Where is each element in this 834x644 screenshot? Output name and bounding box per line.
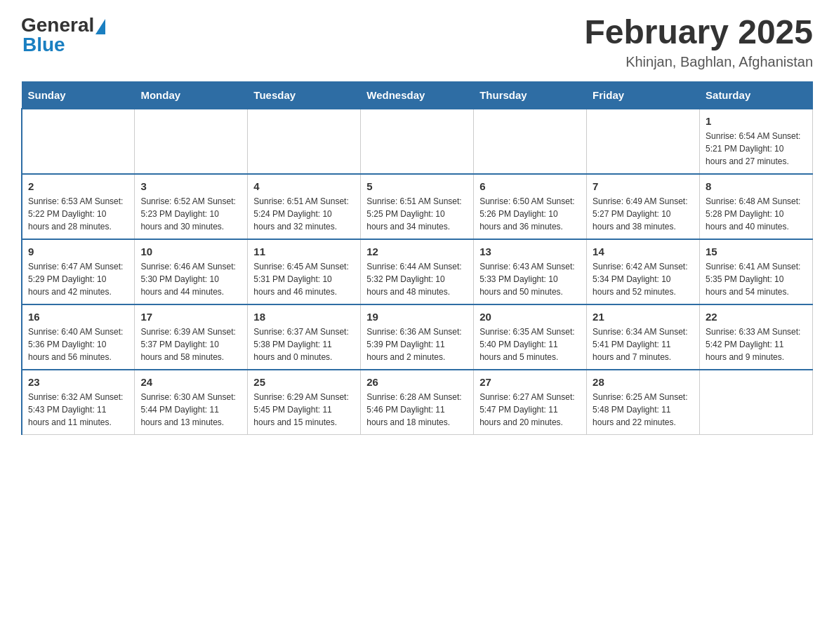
day-info: Sunrise: 6:29 AM Sunset: 5:45 PM Dayligh… [253,391,355,429]
day-number: 27 [479,376,581,388]
calendar-cell: 1Sunrise: 6:54 AM Sunset: 5:21 PM Daylig… [700,109,813,174]
weekday-header-tuesday: Tuesday [248,81,361,109]
calendar-cell [474,109,587,174]
logo-arrow-icon [95,19,105,34]
day-number: 3 [140,180,241,192]
weekday-header-row: SundayMondayTuesdayWednesdayThursdayFrid… [22,81,813,109]
day-number: 7 [593,180,694,192]
day-info: Sunrise: 6:39 AM Sunset: 5:37 PM Dayligh… [140,326,241,363]
calendar-subtitle: Khinjan, Baghlan, Afghanistan [584,54,813,70]
calendar-table: SundayMondayTuesdayWednesdayThursdayFrid… [21,81,813,435]
day-info: Sunrise: 6:49 AM Sunset: 5:27 PM Dayligh… [593,195,694,233]
calendar-cell: 16Sunrise: 6:40 AM Sunset: 5:36 PM Dayli… [22,304,135,370]
day-info: Sunrise: 6:53 AM Sunset: 5:22 PM Dayligh… [28,195,128,233]
calendar-cell: 26Sunrise: 6:28 AM Sunset: 5:46 PM Dayli… [361,370,474,435]
weekday-header-wednesday: Wednesday [361,81,474,109]
day-number: 4 [253,180,355,192]
day-number: 24 [140,376,241,388]
day-number: 6 [479,180,581,192]
day-info: Sunrise: 6:46 AM Sunset: 5:30 PM Dayligh… [140,260,241,298]
weekday-header-thursday: Thursday [474,81,587,109]
logo: General Blue [21,14,107,56]
day-info: Sunrise: 6:51 AM Sunset: 5:25 PM Dayligh… [366,195,468,233]
calendar-cell: 4Sunrise: 6:51 AM Sunset: 5:24 PM Daylig… [248,174,361,239]
calendar-cell [361,109,474,174]
day-info: Sunrise: 6:25 AM Sunset: 5:48 PM Dayligh… [593,391,694,429]
day-info: Sunrise: 6:52 AM Sunset: 5:23 PM Dayligh… [140,195,241,233]
calendar-cell [135,109,248,174]
calendar-cell: 27Sunrise: 6:27 AM Sunset: 5:47 PM Dayli… [474,370,587,435]
day-number: 1 [706,115,807,127]
day-number: 12 [366,246,468,257]
calendar-title: February 2025 [584,14,813,51]
day-number: 13 [479,246,581,257]
day-number: 22 [706,311,807,323]
day-info: Sunrise: 6:36 AM Sunset: 5:39 PM Dayligh… [366,326,468,363]
calendar-cell: 5Sunrise: 6:51 AM Sunset: 5:25 PM Daylig… [361,174,474,239]
day-number: 11 [253,246,355,257]
calendar-cell: 13Sunrise: 6:43 AM Sunset: 5:33 PM Dayli… [474,239,587,304]
day-number: 28 [593,376,694,388]
day-info: Sunrise: 6:32 AM Sunset: 5:43 PM Dayligh… [28,391,128,429]
calendar-week-row: 16Sunrise: 6:40 AM Sunset: 5:36 PM Dayli… [22,304,813,370]
day-info: Sunrise: 6:43 AM Sunset: 5:33 PM Dayligh… [479,260,581,298]
title-section: February 2025 Khinjan, Baghlan, Afghanis… [584,14,813,70]
day-number: 9 [28,246,128,257]
logo-blue: Blue [21,34,65,56]
day-number: 18 [253,311,355,323]
calendar-cell: 7Sunrise: 6:49 AM Sunset: 5:27 PM Daylig… [587,174,700,239]
day-info: Sunrise: 6:44 AM Sunset: 5:32 PM Dayligh… [366,260,468,298]
calendar-cell: 28Sunrise: 6:25 AM Sunset: 5:48 PM Dayli… [587,370,700,435]
day-number: 14 [593,246,694,257]
day-info: Sunrise: 6:51 AM Sunset: 5:24 PM Dayligh… [253,195,355,233]
day-number: 21 [593,311,694,323]
day-info: Sunrise: 6:30 AM Sunset: 5:44 PM Dayligh… [140,391,241,429]
weekday-header-saturday: Saturday [700,81,813,109]
day-number: 20 [479,311,581,323]
calendar-cell: 12Sunrise: 6:44 AM Sunset: 5:32 PM Dayli… [361,239,474,304]
day-number: 16 [28,311,128,323]
day-number: 15 [706,246,807,257]
day-info: Sunrise: 6:45 AM Sunset: 5:31 PM Dayligh… [253,260,355,298]
calendar-cell: 17Sunrise: 6:39 AM Sunset: 5:37 PM Dayli… [135,304,248,370]
calendar-cell: 23Sunrise: 6:32 AM Sunset: 5:43 PM Dayli… [22,370,135,435]
page-header: General Blue February 2025 Khinjan, Bagh… [21,14,813,70]
day-number: 25 [253,376,355,388]
calendar-cell: 18Sunrise: 6:37 AM Sunset: 5:38 PM Dayli… [248,304,361,370]
calendar-cell: 8Sunrise: 6:48 AM Sunset: 5:28 PM Daylig… [700,174,813,239]
calendar-cell: 15Sunrise: 6:41 AM Sunset: 5:35 PM Dayli… [700,239,813,304]
day-info: Sunrise: 6:54 AM Sunset: 5:21 PM Dayligh… [706,130,807,168]
calendar-week-row: 2Sunrise: 6:53 AM Sunset: 5:22 PM Daylig… [22,174,813,239]
calendar-cell: 10Sunrise: 6:46 AM Sunset: 5:30 PM Dayli… [135,239,248,304]
day-info: Sunrise: 6:48 AM Sunset: 5:28 PM Dayligh… [706,195,807,233]
day-info: Sunrise: 6:27 AM Sunset: 5:47 PM Dayligh… [479,391,581,429]
day-info: Sunrise: 6:50 AM Sunset: 5:26 PM Dayligh… [479,195,581,233]
day-number: 26 [366,376,468,388]
day-info: Sunrise: 6:35 AM Sunset: 5:40 PM Dayligh… [479,326,581,363]
day-info: Sunrise: 6:34 AM Sunset: 5:41 PM Dayligh… [593,326,694,363]
calendar-cell: 19Sunrise: 6:36 AM Sunset: 5:39 PM Dayli… [361,304,474,370]
day-number: 2 [28,180,128,192]
day-info: Sunrise: 6:47 AM Sunset: 5:29 PM Dayligh… [28,260,128,298]
day-info: Sunrise: 6:40 AM Sunset: 5:36 PM Dayligh… [28,326,128,363]
day-number: 8 [706,180,807,192]
day-number: 5 [366,180,468,192]
weekday-header-monday: Monday [135,81,248,109]
day-info: Sunrise: 6:42 AM Sunset: 5:34 PM Dayligh… [593,260,694,298]
day-info: Sunrise: 6:37 AM Sunset: 5:38 PM Dayligh… [253,326,355,363]
calendar-cell: 20Sunrise: 6:35 AM Sunset: 5:40 PM Dayli… [474,304,587,370]
calendar-week-row: 1Sunrise: 6:54 AM Sunset: 5:21 PM Daylig… [22,109,813,174]
calendar-cell: 21Sunrise: 6:34 AM Sunset: 5:41 PM Dayli… [587,304,700,370]
calendar-cell: 22Sunrise: 6:33 AM Sunset: 5:42 PM Dayli… [700,304,813,370]
calendar-cell: 9Sunrise: 6:47 AM Sunset: 5:29 PM Daylig… [22,239,135,304]
day-number: 23 [28,376,128,388]
calendar-cell: 24Sunrise: 6:30 AM Sunset: 5:44 PM Dayli… [135,370,248,435]
weekday-header-sunday: Sunday [22,81,135,109]
day-number: 10 [140,246,241,257]
calendar-week-row: 9Sunrise: 6:47 AM Sunset: 5:29 PM Daylig… [22,239,813,304]
day-info: Sunrise: 6:33 AM Sunset: 5:42 PM Dayligh… [706,326,807,363]
calendar-cell: 25Sunrise: 6:29 AM Sunset: 5:45 PM Dayli… [248,370,361,435]
day-number: 19 [366,311,468,323]
calendar-cell: 14Sunrise: 6:42 AM Sunset: 5:34 PM Dayli… [587,239,700,304]
calendar-cell: 11Sunrise: 6:45 AM Sunset: 5:31 PM Dayli… [248,239,361,304]
